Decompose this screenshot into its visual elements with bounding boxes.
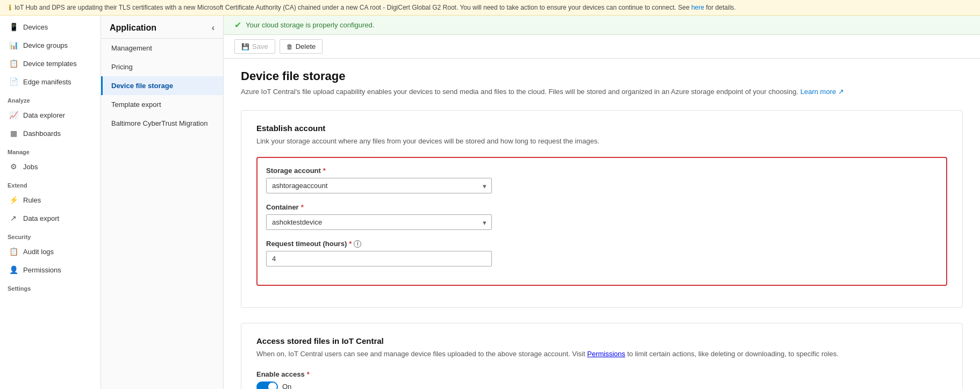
settings-section-label: Settings	[0, 279, 101, 294]
sidebar-label-permissions: Permissions	[23, 266, 61, 274]
data-export-icon: ↗	[9, 214, 18, 222]
sidebar-label-dashboards: Dashboards	[23, 129, 61, 138]
container-select-wrapper: ashoktestdevice	[266, 214, 492, 230]
delete-button[interactable]: 🗑 Delete	[280, 39, 323, 54]
learn-more-link[interactable]: Learn more ↗	[800, 88, 844, 96]
delete-label: Delete	[296, 42, 316, 51]
sidebar-item-device-groups[interactable]: 📊 Device groups	[0, 36, 101, 54]
app-panel-item-pricing[interactable]: Pricing	[101, 57, 223, 76]
access-stored-files-card: Access stored files in IoT Central When …	[241, 323, 963, 389]
container-label: Container *	[266, 203, 938, 211]
rules-icon: ⚡	[9, 196, 18, 204]
devices-icon: 📱	[9, 23, 18, 31]
toolbar: 💾 Save 🗑 Delete	[224, 35, 980, 59]
manage-section-label: Manage	[0, 142, 101, 157]
app-panel-item-device-file-storage[interactable]: Device file storage	[101, 76, 223, 95]
save-label: Save	[252, 42, 268, 51]
enable-access-toggle[interactable]	[256, 381, 278, 390]
top-banner: ℹ IoT Hub and DPS are updating their TLS…	[0, 0, 980, 16]
enable-access-label: Enable access *	[256, 370, 947, 378]
sidebar-label-audit-logs: Audit logs	[23, 248, 54, 256]
container-field: Container * ashoktestdevice	[266, 203, 938, 230]
extend-section-label: Extend	[0, 176, 101, 191]
sidebar-item-edge-manifests[interactable]: 📄 Edge manifests	[0, 73, 101, 91]
storage-account-select-wrapper: ashtorageaccount	[266, 178, 492, 193]
sidebar-item-jobs[interactable]: ⚙ Jobs	[0, 157, 101, 176]
fields-highlight-box: Storage account * ashtorageaccount Conta	[256, 157, 947, 286]
sidebar-item-dashboards[interactable]: ▦ Dashboards	[0, 124, 101, 142]
device-file-storage-label: Device file storage	[111, 82, 173, 90]
access-stored-files-desc: When on, IoT Central users can see and m…	[256, 349, 947, 359]
save-icon: 💾	[241, 43, 249, 51]
success-icon: ✔	[234, 20, 241, 30]
permissions-link[interactable]: Permissions	[587, 350, 625, 358]
banner-link[interactable]: here	[691, 4, 704, 11]
sidebar: 📱 Devices 📊 Device groups 📋 Device templ…	[0, 16, 101, 389]
sidebar-item-data-explorer[interactable]: 📈 Data explorer	[0, 106, 101, 124]
enable-access-required: *	[307, 370, 310, 378]
app-panel: Application ‹ Management Pricing Device …	[101, 16, 224, 389]
sidebar-label-device-templates: Device templates	[23, 60, 77, 68]
sidebar-item-permissions[interactable]: 👤 Permissions	[0, 261, 101, 279]
establish-account-card: Establish account Link your storage acco…	[241, 110, 963, 308]
page-body: Device file storage Azure IoT Central's …	[224, 59, 980, 389]
audit-logs-icon: 📋	[9, 247, 18, 256]
save-button[interactable]: 💾 Save	[234, 39, 275, 54]
storage-account-field: Storage account * ashtorageaccount	[266, 167, 938, 193]
request-timeout-label: Request timeout (hours) * i	[266, 240, 938, 248]
delete-icon: 🗑	[287, 43, 293, 51]
app-panel-item-template-export[interactable]: Template export	[101, 95, 223, 114]
toggle-state-label: On	[282, 383, 291, 389]
sidebar-item-audit-logs[interactable]: 📋 Audit logs	[0, 242, 101, 261]
request-timeout-info-icon[interactable]: i	[354, 240, 361, 248]
baltimore-label: Baltimore CyberTrust Migration	[111, 119, 208, 127]
device-groups-icon: 📊	[9, 41, 18, 49]
storage-account-required: *	[323, 167, 326, 175]
request-timeout-required: *	[349, 240, 352, 248]
data-explorer-icon: 📈	[9, 111, 18, 119]
sidebar-label-devices: Devices	[23, 23, 48, 31]
management-label: Management	[111, 44, 152, 52]
page-title: Device file storage	[241, 69, 963, 83]
success-bar: ✔ Your cloud storage is properly configu…	[224, 16, 980, 35]
access-stored-files-title: Access stored files in IoT Central	[256, 336, 947, 345]
establish-account-desc: Link your storage account where any file…	[256, 136, 947, 147]
storage-account-label: Storage account *	[266, 167, 938, 175]
jobs-icon: ⚙	[9, 162, 18, 171]
template-export-label: Template export	[111, 100, 161, 109]
main-layout: 📱 Devices 📊 Device groups 📋 Device templ…	[0, 16, 980, 389]
collapse-button[interactable]: ‹	[212, 23, 214, 33]
container-required: *	[301, 203, 304, 211]
sidebar-label-rules: Rules	[23, 196, 41, 204]
sidebar-item-device-templates[interactable]: 📋 Device templates	[0, 54, 101, 73]
request-timeout-input[interactable]	[266, 251, 492, 266]
banner-text: IoT Hub and DPS are updating their TLS c…	[15, 4, 736, 11]
sidebar-label-jobs: Jobs	[23, 163, 38, 171]
app-panel-header: Application ‹	[101, 16, 223, 39]
dashboards-icon: ▦	[9, 129, 18, 138]
device-templates-icon: 📋	[9, 59, 18, 68]
app-panel-item-management[interactable]: Management	[101, 39, 223, 57]
info-circle-icon: ℹ	[9, 3, 11, 12]
establish-account-title: Establish account	[256, 124, 947, 133]
sidebar-item-rules[interactable]: ⚡ Rules	[0, 191, 101, 209]
permissions-icon: 👤	[9, 265, 18, 274]
main-content: ✔ Your cloud storage is properly configu…	[224, 16, 980, 389]
app-panel-item-baltimore[interactable]: Baltimore CyberTrust Migration	[101, 114, 223, 133]
sidebar-item-data-export[interactable]: ↗ Data export	[0, 209, 101, 227]
sidebar-label-data-export: Data export	[23, 214, 59, 222]
toggle-wrapper: On	[256, 381, 947, 390]
success-message: Your cloud storage is properly configure…	[246, 21, 374, 29]
pricing-label: Pricing	[111, 63, 133, 71]
container-select[interactable]: ashoktestdevice	[266, 214, 492, 230]
sidebar-label-edge-manifests: Edge manifests	[23, 78, 71, 86]
edge-manifests-icon: 📄	[9, 77, 18, 86]
storage-account-select[interactable]: ashtorageaccount	[266, 178, 492, 193]
app-panel-title: Application	[110, 23, 156, 33]
analyze-section-label: Analyze	[0, 91, 101, 106]
sidebar-label-device-groups: Device groups	[23, 41, 68, 49]
page-description: Azure IoT Central's file upload capabili…	[241, 87, 963, 97]
request-timeout-field: Request timeout (hours) * i	[266, 240, 938, 266]
sidebar-label-data-explorer: Data explorer	[23, 111, 65, 119]
sidebar-item-devices[interactable]: 📱 Devices	[0, 18, 101, 36]
